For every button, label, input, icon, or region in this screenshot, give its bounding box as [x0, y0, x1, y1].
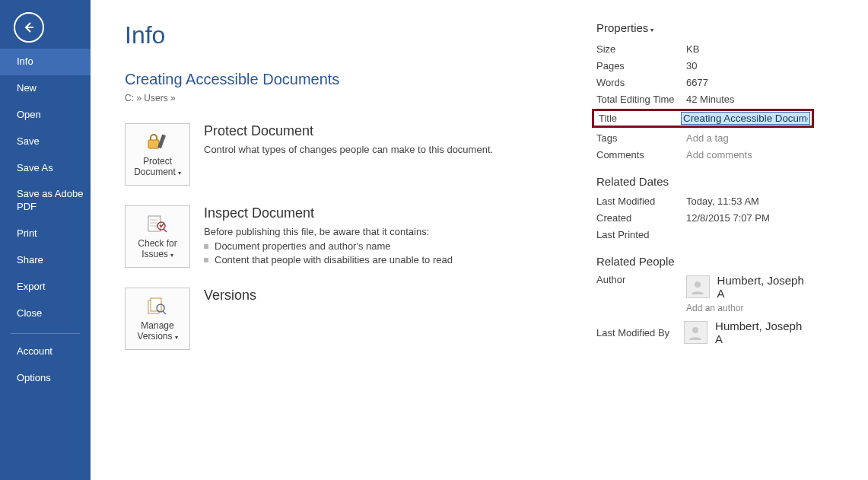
prop-author: Author Humbert, Joseph A Add an author	[596, 274, 809, 313]
title-input[interactable]	[681, 112, 810, 125]
check-issues-button[interactable]: Check for Issues▾	[125, 205, 190, 268]
nav-export[interactable]: Export	[0, 274, 91, 300]
prop-tags[interactable]: TagsAdd a tag	[596, 131, 809, 145]
prop-pages: Pages30	[596, 59, 809, 72]
document-path: C: » Users »	[125, 93, 596, 103]
nav-save-as[interactable]: Save As	[0, 155, 91, 182]
protect-document-label: Protect Document▾	[126, 156, 189, 178]
inspect-text: Inspect Document Before publishing this …	[204, 205, 453, 268]
properties-dropdown[interactable]: Properties▾	[596, 21, 809, 34]
prop-editing-time: Total Editing Time42 Minutes	[596, 92, 809, 106]
manage-versions-button[interactable]: Manage Versions▾	[125, 288, 190, 350]
protect-desc: Control what types of changes people can…	[204, 144, 493, 155]
avatar-icon	[686, 275, 710, 298]
prop-last-printed: Last Printed	[596, 227, 809, 241]
author-person[interactable]: Humbert, Joseph A	[686, 274, 809, 300]
prop-words: Words6677	[596, 75, 809, 89]
versions-section: Manage Versions▾ Versions	[125, 288, 596, 350]
nav-share[interactable]: Share	[0, 247, 91, 274]
prop-comments[interactable]: CommentsAdd comments	[596, 148, 809, 161]
prop-size: SizeKB	[596, 42, 809, 56]
nav-new[interactable]: New	[0, 75, 91, 102]
svg-rect-0	[148, 140, 159, 148]
page-heading: Info	[125, 21, 596, 49]
protect-text: Protect Document Control what types of c…	[204, 123, 493, 186]
checklist-icon	[146, 214, 169, 234]
nav-print[interactable]: Print	[0, 221, 91, 247]
inspect-section: Check for Issues▾ Inspect Document Befor…	[125, 205, 596, 268]
versions-text: Versions	[204, 288, 256, 350]
prop-last-modified-by: Last Modified By Humbert, Joseph A	[596, 319, 809, 345]
lock-icon	[146, 132, 169, 151]
prop-title-label: Title	[596, 113, 681, 124]
nav-options[interactable]: Options	[0, 365, 91, 392]
info-content: Info Creating Accessible Documents C: » …	[125, 21, 596, 480]
svg-point-8	[692, 327, 698, 333]
nav-account[interactable]: Account	[0, 339, 91, 365]
back-button[interactable]	[14, 12, 44, 43]
nav-info[interactable]: Info	[0, 49, 91, 75]
properties-panel: Properties▾ SizeKB Pages30 Words6677 Tot…	[596, 21, 825, 480]
nav-close[interactable]: Close	[0, 300, 91, 327]
related-dates-heading: Related Dates	[596, 175, 809, 188]
inspect-item: Content that people with disabilities ar…	[215, 254, 453, 265]
add-author-link[interactable]: Add an author	[686, 303, 809, 313]
backstage-sidebar: Info New Open Save Save As Save as Adobe…	[0, 0, 91, 480]
svg-point-7	[695, 281, 701, 288]
document-title[interactable]: Creating Accessible Documents	[125, 71, 596, 88]
related-people-heading: Related People	[596, 255, 809, 268]
protect-section: Protect Document▾ Protect Document Contr…	[125, 123, 596, 186]
nav-divider	[11, 333, 80, 334]
avatar-icon	[684, 321, 707, 344]
versions-title: Versions	[204, 288, 256, 304]
prop-last-modified: Last ModifiedToday, 11:53 AM	[596, 194, 809, 208]
check-issues-label: Check for Issues▾	[126, 238, 189, 260]
inspect-item: Document properties and author's name	[215, 240, 453, 252]
prop-created: Created12/8/2015 7:07 PM	[596, 211, 809, 224]
last-modified-person[interactable]: Humbert, Joseph A	[684, 319, 809, 345]
inspect-desc: Before publishing this file, be aware th…	[204, 226, 453, 237]
nav-save-adobe-pdf[interactable]: Save as Adobe PDF	[0, 181, 91, 221]
nav-save[interactable]: Save	[0, 129, 91, 155]
nav-open[interactable]: Open	[0, 102, 91, 129]
manage-versions-label: Manage Versions▾	[126, 320, 189, 342]
prop-title-row: Title	[592, 109, 814, 128]
main-panel: Info Creating Accessible Documents C: » …	[91, 0, 868, 480]
protect-document-button[interactable]: Protect Document▾	[125, 123, 190, 186]
versions-icon	[146, 296, 169, 316]
protect-title: Protect Document	[204, 123, 493, 139]
inspect-title: Inspect Document	[204, 205, 453, 221]
